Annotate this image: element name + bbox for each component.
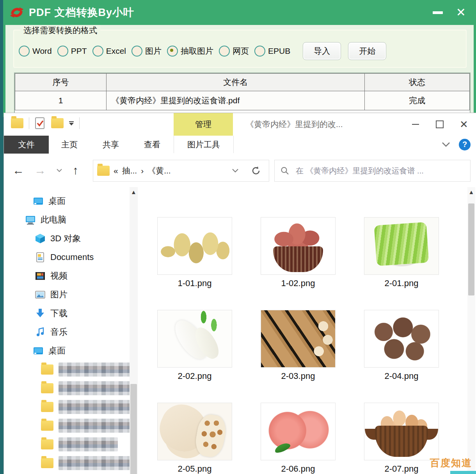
sidebar-item-music[interactable]: 音乐 (4, 323, 130, 341)
sidebar-item-3d-objects[interactable]: 3D 对象 (4, 229, 130, 248)
sidebar-item-label: 下载 (50, 308, 67, 319)
tab-file[interactable]: 文件 (4, 136, 49, 154)
scroll-up-icon[interactable]: ▲ (467, 189, 475, 195)
import-button[interactable]: 导入 (303, 42, 341, 60)
file-tile[interactable]: 2-07.png (364, 403, 439, 474)
close-button[interactable]: ✕ (452, 113, 476, 136)
sidebar-item-redacted-folder[interactable] (4, 360, 130, 379)
scrollbar-thumb[interactable] (130, 384, 137, 474)
sidebar-item-redacted-folder[interactable] (4, 435, 130, 454)
properties-check-icon[interactable] (35, 117, 46, 129)
sidebar-item-label: Documents (50, 252, 94, 262)
sidebar-item-label: 桌面 (48, 195, 66, 207)
breadcrumb-item[interactable]: 抽... (122, 165, 137, 176)
scrollbar-thumb[interactable] (468, 203, 474, 295)
sidebar-item-desktop-2[interactable]: 桌面 (4, 341, 130, 360)
sidebar-item-this-pc[interactable]: 此电脑 (4, 210, 130, 229)
sidebar-item-redacted-folder[interactable] (4, 416, 130, 435)
scroll-up-icon[interactable]: ▲ (130, 189, 138, 195)
sidebar-item-documents[interactable]: Documents (4, 248, 130, 267)
search-icon (280, 166, 290, 175)
tab-picture-tools[interactable]: 图片工具 (174, 136, 234, 153)
table-header-row: 序号 文件名 状态 (15, 74, 470, 91)
navigation-pane: 桌面 此电脑 3D 对象 Documents 视频 图片 (4, 187, 130, 474)
format-radio-webpage[interactable]: 网页 (219, 46, 249, 57)
format-radio-word[interactable]: Word (19, 46, 52, 57)
sidebar-item-downloads[interactable]: 下载 (4, 304, 130, 323)
address-dropdown-icon[interactable] (232, 168, 239, 173)
redacted-label (59, 381, 130, 395)
file-name: 2-05.png (178, 464, 212, 474)
up-icon[interactable]: ↑ (73, 164, 78, 176)
file-tile[interactable]: 2-05.png (158, 403, 232, 474)
tab-share[interactable]: 共享 (90, 136, 131, 154)
sidebar-item-label: 音乐 (50, 326, 67, 338)
folder-icon (41, 364, 53, 375)
radio-icon (131, 46, 142, 57)
file-tile[interactable]: 2-04.png (364, 310, 439, 381)
file-table-panel: 序号 文件名 状态 1 《黄帝内经》里提到的改运食谱.pdf 完成 (14, 73, 471, 117)
sidebar-item-redacted-folder[interactable] (4, 472, 130, 474)
search-input[interactable] (295, 166, 470, 176)
documents-icon (35, 252, 45, 262)
column-header-index: 序号 (15, 74, 107, 91)
file-tile[interactable]: 2-02.png (158, 310, 232, 381)
breadcrumb-separator: › (141, 166, 144, 175)
breadcrumb-item[interactable]: 《黄... (147, 165, 171, 176)
format-radio-image[interactable]: 图片 (131, 46, 162, 57)
format-radio-excel[interactable]: Excel (92, 46, 126, 57)
minimize-button[interactable] (403, 113, 428, 136)
tab-manage[interactable]: 管理 (174, 113, 233, 136)
help-icon[interactable]: ? (459, 139, 471, 150)
videos-icon (35, 271, 45, 281)
address-bar[interactable]: « 抽... › 《黄... (93, 160, 244, 182)
sidebar-item-desktop[interactable]: 桌面 (4, 192, 130, 210)
refresh-button[interactable] (243, 160, 269, 182)
file-thumbnail (261, 218, 335, 274)
format-radio-extract-images[interactable]: 抽取图片 (167, 46, 213, 57)
breadcrumb-collapsed[interactable]: « (114, 166, 118, 175)
content-scrollbar[interactable]: ▲ (467, 187, 475, 474)
format-radio-epub[interactable]: EPUB (254, 46, 290, 57)
tab-view[interactable]: 查看 (131, 136, 173, 154)
explorer-titlebar: 管理 《黄帝内经》里提到的改... ✕ (4, 113, 476, 136)
pdf-window-title: PDF 文档转换By小叶 (29, 5, 134, 19)
redacted-label (59, 400, 130, 414)
format-groupbox: 选择需要转换的格式 Word PPT Excel 图片 (13, 30, 467, 68)
sidebar-item-label: 此电脑 (41, 214, 66, 226)
format-group-label: 选择需要转换的格式 (20, 25, 100, 36)
redacted-label (59, 419, 130, 433)
cell-index: 1 (15, 91, 107, 110)
start-button[interactable]: 开始 (348, 42, 386, 60)
quick-access-dropdown-icon[interactable] (69, 121, 74, 126)
history-chevron-icon[interactable] (56, 168, 62, 173)
search-box[interactable] (274, 160, 471, 182)
sidebar-scrollbar[interactable]: ▲ (130, 187, 138, 474)
maximize-button[interactable] (428, 113, 452, 136)
sidebar-item-redacted-folder[interactable] (4, 379, 130, 398)
file-tile[interactable]: 2-06.png (261, 403, 335, 474)
file-thumbnail (158, 218, 232, 274)
forward-icon[interactable]: → (34, 164, 46, 176)
format-label: 抽取图片 (181, 46, 213, 57)
file-tile[interactable]: 2-01.png (364, 218, 439, 288)
file-name: 1-01.png (178, 278, 212, 288)
this-pc-icon (25, 215, 36, 225)
sidebar-item-pictures[interactable]: 图片 (4, 285, 130, 304)
back-icon[interactable]: ← (12, 164, 24, 176)
file-tile[interactable]: 1-02.png (261, 218, 335, 288)
close-icon[interactable]: ✕ (456, 7, 466, 18)
table-row[interactable]: 1 《黄帝内经》里提到的改运食谱.pdf 完成 (15, 91, 470, 110)
folder-icon[interactable] (11, 118, 23, 128)
chevron-down-icon[interactable] (442, 142, 450, 147)
file-tile[interactable]: 2-03.png (261, 310, 335, 381)
file-tile[interactable]: 1-01.png (158, 218, 232, 288)
redacted-label (59, 456, 130, 470)
minimize-button[interactable] (433, 11, 443, 14)
tab-home[interactable]: 主页 (49, 136, 90, 154)
sidebar-item-videos[interactable]: 视频 (4, 267, 130, 285)
sidebar-item-redacted-folder[interactable] (4, 454, 130, 472)
sidebar-item-redacted-folder[interactable] (4, 398, 130, 416)
new-folder-icon[interactable] (51, 118, 64, 128)
format-radio-ppt[interactable]: PPT (57, 46, 87, 57)
